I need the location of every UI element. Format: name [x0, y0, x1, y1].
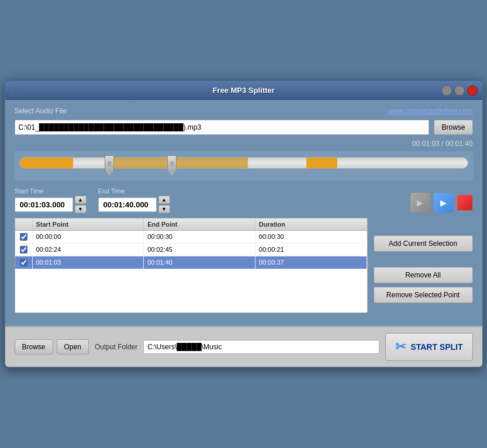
row-end-2: 00:02:45	[144, 244, 255, 256]
close-button[interactable]	[467, 85, 478, 96]
table-header: Start Point End Point Duration	[15, 218, 367, 231]
website-link[interactable]: www.convertaudiofree.com	[388, 107, 472, 115]
end-time-value: 00:01:40.000	[98, 197, 157, 212]
col-duration: Duration	[255, 218, 367, 230]
track-fill-right	[306, 158, 338, 168]
table-section: Start Point End Point Duration 00:00:00 …	[15, 218, 473, 313]
col-check	[15, 218, 33, 230]
row-checkbox-1[interactable]	[20, 233, 27, 241]
start-split-button[interactable]: ✂ START SPLIT	[385, 333, 472, 361]
row-start-2: 00:02:24	[33, 244, 144, 256]
main-content: Select Audio File www.convertaudiofree.c…	[5, 100, 482, 326]
row-start-1: 00:00:00	[33, 231, 144, 243]
row-duration-3: 00:00:37	[255, 256, 367, 269]
start-time-down-button[interactable]: ▼	[75, 205, 87, 213]
row-checkbox-2[interactable]	[20, 246, 27, 253]
row-duration-2: 00:00:21	[255, 244, 367, 256]
bottom-section: Browse Open Output Folder ✂ START SPLIT	[5, 326, 482, 367]
split-table: Start Point End Point Duration 00:00:00 …	[15, 218, 368, 313]
table-body: 00:00:00 00:00:30 00:00:30 00:02:24 00:0…	[15, 231, 367, 312]
row-checkbox-cell	[15, 244, 33, 256]
col-start: Start Point	[33, 218, 144, 230]
end-time-up-button[interactable]: ▲	[158, 196, 170, 204]
start-time-inner: 00:01:03.000 ▲ ▼	[15, 196, 87, 213]
output-folder-label: Output Folder	[95, 343, 137, 351]
end-time-inner: 00:01:40.000 ▲ ▼	[98, 196, 170, 213]
waveform-container: ☰ ☰	[15, 151, 473, 180]
maximize-button[interactable]	[454, 85, 465, 96]
row-duration-1: 00:00:30	[255, 231, 367, 243]
stop-button[interactable]	[457, 195, 473, 211]
row-end-1: 00:00:30	[144, 231, 255, 243]
window-title: Free MP3 Splitter	[212, 86, 274, 95]
output-folder-input[interactable]	[143, 340, 379, 354]
end-time-down-button[interactable]: ▼	[158, 205, 170, 213]
table-row[interactable]: 00:02:24 00:02:45 00:00:21	[15, 244, 367, 256]
track-bar[interactable]: ☰ ☰	[19, 157, 468, 169]
remove-all-button[interactable]: Remove All	[374, 267, 473, 283]
browse-output-button[interactable]: Browse	[15, 339, 53, 355]
start-split-label: START SPLIT	[410, 342, 462, 352]
table-row[interactable]: 00:00:00 00:00:30 00:00:30	[15, 231, 367, 244]
end-thumb[interactable]: ☰	[167, 155, 177, 172]
thumb-icon-start: ☰	[108, 161, 112, 166]
start-time-value: 00:01:03.000	[15, 197, 73, 212]
app-window: 🎵 Free MP3 Splitter Select Audio File ww…	[4, 80, 483, 368]
top-row: Select Audio File www.convertaudiofree.c…	[15, 107, 473, 117]
minimize-button[interactable]	[441, 85, 452, 96]
row-checkbox-3[interactable]	[20, 259, 27, 266]
window-controls	[441, 85, 478, 96]
start-thumb[interactable]: ☰	[105, 155, 114, 172]
playback-controls: ▶ ▶	[410, 192, 473, 213]
file-path-input[interactable]	[15, 120, 430, 135]
row-start-3: 00:01:03	[33, 256, 144, 269]
start-time-up-button[interactable]: ▲	[75, 196, 87, 204]
remove-selected-button[interactable]: Remove Selected Point	[374, 287, 473, 303]
end-time-label: End Time	[98, 187, 170, 195]
time-and-play-row: Start Time 00:01:03.000 ▲ ▼ End Time 00:…	[15, 187, 473, 213]
side-buttons: Add Current Selection Remove All Remove …	[374, 218, 473, 313]
browse-file-button[interactable]: Browse	[434, 120, 472, 135]
play-button[interactable]: ▶	[410, 192, 431, 213]
play-selection-button[interactable]: ▶	[433, 192, 454, 213]
app-icon: 🎵	[10, 86, 20, 95]
table-row-selected[interactable]: 00:01:03 00:01:40 00:00:37	[15, 256, 367, 269]
select-audio-label: Select Audio File	[15, 107, 67, 115]
row-end-3: 00:01:40	[144, 256, 255, 269]
title-bar: 🎵 Free MP3 Splitter	[5, 81, 482, 100]
scissors-icon: ✂	[395, 339, 406, 355]
col-end: End Point	[144, 218, 255, 230]
end-time-spinners: ▲ ▼	[158, 196, 170, 213]
row-checkbox-cell	[15, 256, 33, 269]
start-time-label: Start Time	[15, 187, 87, 195]
open-button[interactable]: Open	[57, 339, 89, 355]
track-fill-left	[20, 158, 74, 168]
time-groups: Start Time 00:01:03.000 ▲ ▼ End Time 00:…	[15, 187, 170, 213]
bottom-left-buttons: Browse Open	[15, 339, 89, 355]
start-time-spinners: ▲ ▼	[75, 196, 87, 213]
file-row: Browse	[15, 120, 473, 135]
thumb-icon-end: ☰	[170, 161, 174, 166]
time-display: 00:01:03 / 00:01:40	[15, 140, 473, 148]
row-checkbox-cell	[15, 231, 33, 243]
start-time-group: Start Time 00:01:03.000 ▲ ▼	[15, 187, 87, 213]
add-selection-button[interactable]: Add Current Selection	[374, 235, 473, 252]
end-time-group: End Time 00:01:40.000 ▲ ▼	[98, 187, 170, 213]
